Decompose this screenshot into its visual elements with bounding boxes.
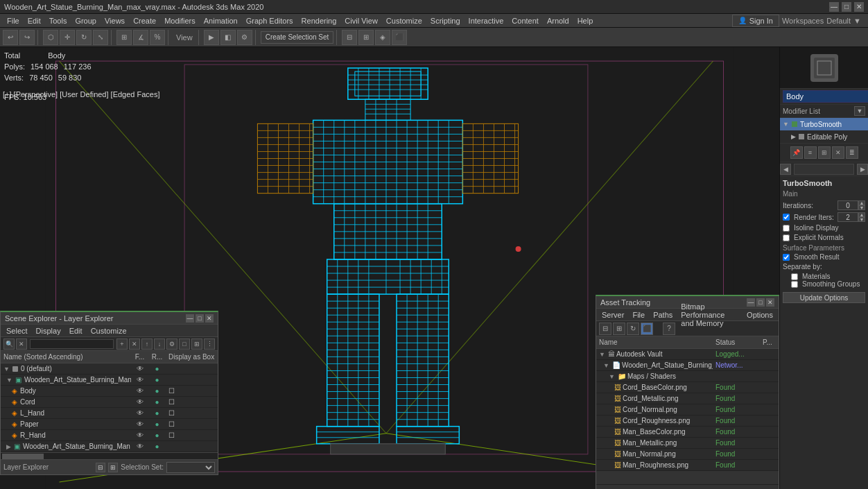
ts-iterations-spinner[interactable]: ▲ ▼ xyxy=(858,200,865,210)
ts-render-iters-input[interactable] xyxy=(837,212,858,222)
title-bar-controls[interactable]: — □ ✕ xyxy=(829,2,864,12)
se-delete-layer-button[interactable]: ✕ xyxy=(129,338,140,350)
at-restore-button[interactable]: □ xyxy=(756,298,765,307)
paste-button[interactable]: ⊞ xyxy=(818,146,831,159)
sign-in-button[interactable]: 👤 Sign In xyxy=(732,15,779,27)
at-menu-file[interactable]: File xyxy=(630,311,648,319)
se-settings-button[interactable]: ⚙ xyxy=(166,338,177,350)
at-row-cord-normal[interactable]: 🖼 Cord_Normal.png Found xyxy=(596,404,779,415)
menu-modifiers[interactable]: Modifiers xyxy=(160,14,200,28)
se-row-body[interactable]: ◈ Body 👁 ● ☐ xyxy=(1,386,218,397)
menu-tools[interactable]: Tools xyxy=(45,14,71,28)
menu-scripting[interactable]: Scripting xyxy=(426,14,465,28)
modifier-editable-poly[interactable]: ▶ Editable Poly xyxy=(780,130,868,143)
se-row-rhand[interactable]: ◈ R_Hand 👁 ● ☐ xyxy=(1,430,218,441)
ts-iterations-down[interactable]: ▼ xyxy=(858,205,865,210)
se-menu-display[interactable]: Display xyxy=(33,327,64,335)
se-restore-button[interactable]: □ xyxy=(196,314,204,323)
at-menu-paths[interactable]: Paths xyxy=(650,311,675,319)
ts-smoothing-groups-checkbox[interactable] xyxy=(791,281,798,288)
at-row-man-roughness[interactable]: 🖼 Man_Roughness.png Found xyxy=(596,460,779,471)
nav-next-button[interactable]: ▶ xyxy=(857,164,868,175)
ts-iterations-up[interactable]: ▲ xyxy=(858,200,865,205)
rotate-button[interactable]: ↻ xyxy=(76,30,92,45)
delete-modifier-button[interactable]: ✕ xyxy=(832,146,844,159)
menu-animation[interactable]: Animation xyxy=(200,14,242,28)
at-row-man-metallic[interactable]: 🖼 Man_Metallic.png Found xyxy=(596,438,779,449)
se-menu-edit[interactable]: Edit xyxy=(67,327,85,335)
configure-button[interactable]: ≣ xyxy=(846,146,858,159)
at-row-cord-roughness[interactable]: 🖼 Cord_Roughness.png Found xyxy=(596,415,779,427)
se-local-button[interactable]: □ xyxy=(179,338,190,350)
menu-interactive[interactable]: Interactive xyxy=(465,14,508,28)
at-row-mainfile[interactable]: ▼ 📄 Wooden_Art_Statue_Burning_Man_max_vr… xyxy=(596,360,779,371)
redo-button[interactable]: ↪ xyxy=(19,30,35,45)
se-scene-icon[interactable]: ⊞ xyxy=(108,463,118,472)
at-menu-options[interactable]: Options xyxy=(744,311,776,319)
scene-explorer-btn[interactable]: ⊞ xyxy=(358,30,374,45)
menu-help[interactable]: Help xyxy=(573,14,598,28)
render-button[interactable]: ▶ xyxy=(204,30,219,45)
se-menu-customize[interactable]: Customize xyxy=(88,327,130,335)
menu-content[interactable]: Content xyxy=(507,14,543,28)
scale-button[interactable]: ⤡ xyxy=(93,30,108,45)
ts-iterations-input[interactable] xyxy=(837,200,858,210)
object-name-field[interactable] xyxy=(783,90,868,103)
ts-render-iters-down[interactable]: ▼ xyxy=(858,217,865,222)
menu-rendering[interactable]: Rendering xyxy=(297,14,341,28)
menu-civil-view[interactable]: Civil View xyxy=(340,14,381,28)
menu-edit[interactable]: Edit xyxy=(24,14,45,28)
nav-prev-button[interactable]: ◀ xyxy=(780,164,791,175)
at-btn1[interactable]: ⊟ xyxy=(599,323,611,335)
menu-customize[interactable]: Customize xyxy=(382,14,426,28)
selection-set-button[interactable]: Create Selection Set xyxy=(261,31,334,44)
pin-button[interactable]: 📌 xyxy=(790,146,803,159)
move-button[interactable]: ✛ xyxy=(60,30,75,45)
at-minimize-button[interactable]: — xyxy=(747,298,755,307)
se-content[interactable]: ▼ 0 (default) 👁 ● ▼ ▣ Wooden_Art_Statue_… xyxy=(1,363,218,452)
menu-file[interactable]: File xyxy=(3,14,24,28)
se-up-button[interactable]: ↑ xyxy=(141,338,153,350)
at-close-button[interactable]: ✕ xyxy=(766,298,774,307)
se-selection-set-dropdown[interactable] xyxy=(166,462,215,473)
at-btn-help[interactable]: ? xyxy=(663,323,675,335)
copy-button[interactable]: ≡ xyxy=(804,146,817,159)
se-filter-field[interactable] xyxy=(30,339,114,349)
se-row-lhand[interactable]: ◈ L_Hand 👁 ● ☐ xyxy=(1,408,218,419)
update-options-button[interactable]: Update Options xyxy=(783,292,865,303)
at-menu-bitmap[interactable]: Bitmap Performance and Memory xyxy=(678,302,741,327)
se-more-button[interactable]: ⋮ xyxy=(204,338,215,350)
render-region[interactable]: ◧ xyxy=(220,30,236,45)
se-minimize-button[interactable]: — xyxy=(186,314,194,323)
ts-smooth-result-checkbox[interactable] xyxy=(783,254,790,261)
at-menu-server[interactable]: Server xyxy=(599,311,627,319)
close-button[interactable]: ✕ xyxy=(854,2,864,12)
snap-toggle[interactable]: ⊞ xyxy=(116,30,132,45)
slate-material[interactable]: ⬛ xyxy=(392,30,407,45)
ts-render-iters-up[interactable]: ▲ xyxy=(858,212,865,217)
at-content[interactable]: ▼ 🏛 Autodesk Vault Logged... ▼ 📄 Wooden_… xyxy=(596,349,779,471)
at-btn2[interactable]: ⊞ xyxy=(613,323,625,335)
se-expand-statue2[interactable]: ▶ xyxy=(6,443,11,450)
layer-manager[interactable]: ⊟ xyxy=(342,30,357,45)
ts-materials-checkbox[interactable] xyxy=(791,273,798,280)
se-row-paper[interactable]: ◈ Paper 👁 ● ☐ xyxy=(1,419,218,430)
se-row-default-layer[interactable]: ▼ 0 (default) 👁 ● xyxy=(1,363,218,375)
at-row-maps[interactable]: ▼ 📁 Maps / Shaders xyxy=(596,371,779,382)
se-layer-icon[interactable]: ⊟ xyxy=(96,463,105,472)
angle-snap[interactable]: ∡ xyxy=(133,30,148,45)
se-search-button[interactable]: 🔍 xyxy=(3,338,15,350)
se-scrollbar-thumb[interactable] xyxy=(2,454,44,459)
modifier-list-arrow[interactable]: ▼ xyxy=(854,106,865,116)
se-close-button[interactable]: ✕ xyxy=(205,314,214,323)
modifier-turbosmooth[interactable]: ▼ TurboSmooth xyxy=(780,118,868,130)
at-row-cord-metallic[interactable]: 🖼 Cord_Metallic.png Found xyxy=(596,393,779,404)
at-row-man-basecolor[interactable]: 🖼 Man_BaseColor.png Found xyxy=(596,427,779,438)
at-btn3[interactable]: ↻ xyxy=(627,323,639,335)
at-row-vault[interactable]: ▼ 🏛 Autodesk Vault Logged... xyxy=(596,349,779,360)
undo-button[interactable]: ↩ xyxy=(3,30,18,45)
menu-group[interactable]: Group xyxy=(71,14,101,28)
material-editor[interactable]: ◈ xyxy=(375,30,390,45)
se-scrollbar[interactable] xyxy=(1,452,218,459)
menu-views[interactable]: Views xyxy=(101,14,129,28)
